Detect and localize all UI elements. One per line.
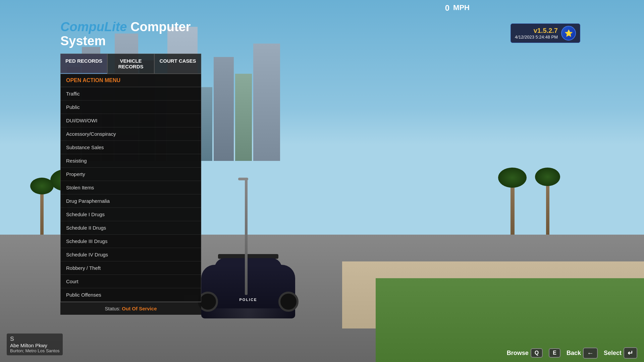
badge-icon: ⭐ bbox=[561, 26, 576, 41]
menu-item-public[interactable]: Public bbox=[61, 101, 201, 114]
police-car: POLICE bbox=[195, 245, 302, 318]
location-hud: S Abe Milton Pkwy Burton; Metro Los Sant… bbox=[7, 334, 63, 355]
version-badge: v1.5.2.7 4/12/2023 5:24:48 PM ⭐ bbox=[511, 23, 580, 43]
back-key: ← bbox=[583, 348, 598, 359]
ui-panel: CompuLite Computer System PED RECORDS VE… bbox=[60, 20, 201, 315]
location-area: Burton; Metro Los Santos bbox=[10, 348, 59, 353]
hud-speed: 0 bbox=[445, 3, 449, 13]
menu-item-public-offenses[interactable]: Public Offenses bbox=[61, 288, 201, 302]
menu-item-accessory[interactable]: Accessory/Conspiracy bbox=[61, 127, 201, 141]
select-label: Select bbox=[604, 350, 622, 357]
location-street: Abe Milton Pkwy bbox=[10, 343, 59, 348]
select-key: ↵ bbox=[624, 347, 637, 359]
hud-unit: MPH bbox=[453, 3, 470, 12]
control-back: Back ← bbox=[567, 348, 598, 359]
version-datetime: 4/12/2023 5:24:48 PM bbox=[515, 35, 558, 40]
version-number: v1.5.2.7 bbox=[534, 27, 558, 35]
menu-item-schedule4[interactable]: Schedule IV Drugs bbox=[61, 248, 201, 261]
back-label: Back bbox=[567, 350, 581, 357]
menu-header[interactable]: OPEN ACTION MENU bbox=[61, 74, 201, 87]
palm-tree-right2 bbox=[535, 164, 560, 241]
menu-item-drug-paraphernalia[interactable]: Drug Paraphernalia bbox=[61, 194, 201, 208]
menu-item-schedule2[interactable]: Schedule II Drugs bbox=[61, 221, 201, 235]
controls-bar: Browse Q E Back ← Select ↵ bbox=[507, 347, 637, 359]
app-title-part1: CompuLite bbox=[60, 20, 127, 34]
location-prefix: S bbox=[10, 336, 14, 342]
menu-item-court[interactable]: Court bbox=[61, 275, 201, 288]
menu-item-schedule1[interactable]: Schedule I Drugs bbox=[61, 208, 201, 221]
menu-item-property[interactable]: Property bbox=[61, 168, 201, 181]
menu-item-schedule3[interactable]: Schedule III Drugs bbox=[61, 235, 201, 248]
menu-item-dui[interactable]: DUI/DWI/OWI bbox=[61, 114, 201, 127]
control-e: E bbox=[549, 348, 560, 358]
status-label: Status: bbox=[105, 306, 120, 311]
control-browse: Browse Q bbox=[507, 348, 543, 358]
police-text: POLICE bbox=[239, 298, 257, 302]
lamp-post bbox=[245, 178, 248, 295]
tab-ped-records[interactable]: PED RECORDS bbox=[60, 54, 107, 74]
menu-item-resisting[interactable]: Resisting bbox=[61, 154, 201, 168]
tab-vehicle-records[interactable]: VEHICLE RECORDS bbox=[107, 54, 154, 74]
browse-label: Browse bbox=[507, 350, 529, 357]
menu-item-stolen-items[interactable]: Stolen Items bbox=[61, 181, 201, 194]
tab-bar: PED RECORDS VEHICLE RECORDS COURT CASES bbox=[60, 54, 201, 74]
menu-item-substance-sales[interactable]: Substance Sales bbox=[61, 141, 201, 154]
e-key: E bbox=[549, 348, 560, 358]
status-value: Out Of Service bbox=[122, 306, 157, 311]
tab-court-cases[interactable]: COURT CASES bbox=[154, 54, 201, 74]
app-title: CompuLite Computer System bbox=[60, 20, 201, 48]
browse-key: Q bbox=[531, 348, 543, 358]
status-bar: Status: Out Of Service bbox=[60, 302, 201, 315]
menu-item-robbery-theft[interactable]: Robbery / Theft bbox=[61, 261, 201, 275]
car-body: POLICE bbox=[201, 265, 295, 318]
car-wheel-right bbox=[278, 292, 299, 312]
menu-item-traffic[interactable]: Traffic bbox=[61, 87, 201, 101]
control-select[interactable]: Select ↵ bbox=[604, 347, 637, 359]
action-menu: OPEN ACTION MENU Traffic Public DUI/DWI/… bbox=[60, 74, 201, 302]
